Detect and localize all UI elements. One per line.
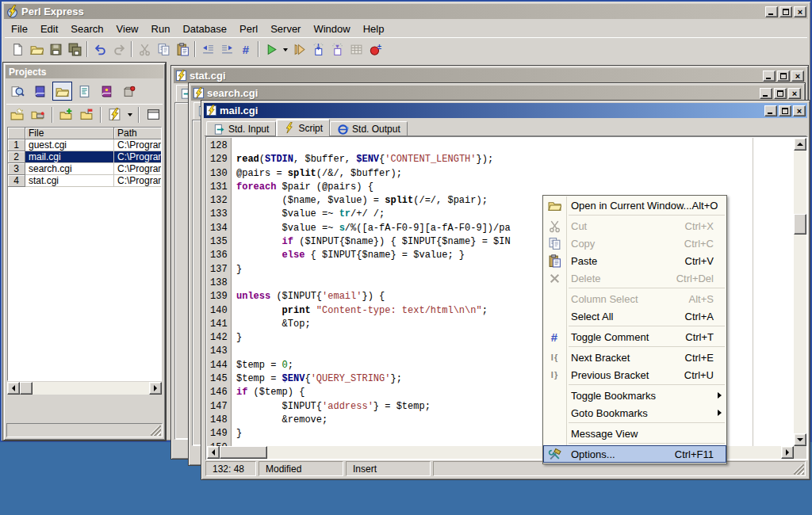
path-cell[interactable]: C:\Program Files (114, 175, 162, 187)
close-button[interactable]: × (788, 88, 801, 99)
menu-window[interactable]: Window (307, 21, 356, 36)
folder-new-button[interactable] (8, 105, 27, 124)
paste-button[interactable] (173, 40, 192, 59)
window-new-button[interactable] (144, 105, 163, 124)
line-number[interactable]: 130 (210, 167, 231, 181)
copy-button[interactable] (154, 40, 173, 59)
line-number[interactable]: 137 (210, 263, 231, 277)
column-header-path[interactable]: Path (114, 128, 162, 139)
minimize-button[interactable] (760, 88, 772, 99)
breakpoint-button[interactable]: ± (366, 40, 385, 59)
table-row-stat.cgi[interactable]: 4 stat.cgi C:\Program Files (8, 175, 161, 187)
resize-grip[interactable] (151, 425, 161, 436)
line-number[interactable]: 129 (210, 153, 231, 166)
code-line-129[interactable]: read(STDIN, $buffer, $ENV{'CONTENT_LENGT… (233, 153, 794, 166)
search-titlebar[interactable]: search.cgi × (191, 86, 802, 101)
table-row-mail.cgi[interactable]: 2 mail.cgi C:\Program Files (8, 151, 161, 163)
projects-panel-titlebar[interactable]: Projects (6, 65, 163, 78)
stdin-run-button[interactable] (308, 40, 327, 59)
scroll-track[interactable] (33, 382, 149, 395)
menu-server[interactable]: Server (264, 21, 307, 36)
book-purple-button[interactable] (97, 82, 117, 101)
table-row-guest.cgi[interactable]: 1 guest.cgi C:\Program Files (8, 139, 161, 151)
menu-item-cut[interactable]: CutCtrl+X (543, 217, 726, 235)
line-number[interactable]: 135 (210, 235, 231, 249)
menu-help[interactable]: Help (357, 21, 391, 36)
menu-item-goto-bookmarks[interactable]: Goto Bookmarks (543, 404, 726, 422)
menu-database[interactable]: Database (176, 21, 233, 36)
run-button[interactable] (262, 40, 281, 59)
minimize-button[interactable] (764, 105, 777, 116)
line-number[interactable]: 144 (210, 359, 231, 372)
menu-perl[interactable]: Perl (233, 21, 264, 36)
stat-titlebar[interactable]: stat.cgi × (174, 68, 806, 83)
toggle-comment-button[interactable]: # (236, 40, 255, 59)
projects-horizontal-scrollbar[interactable] (7, 382, 162, 395)
line-number[interactable]: 131 (210, 181, 231, 194)
line-number[interactable]: 134 (210, 222, 231, 235)
table-row-search.cgi[interactable]: 3 search.cgi C:\Program Files (8, 163, 161, 175)
resize-grip[interactable] (794, 464, 804, 475)
scroll-up-button[interactable] (794, 138, 806, 151)
mail-titlebar[interactable]: mail.cgi × (204, 103, 807, 118)
line-number[interactable]: 140 (210, 304, 231, 318)
menu-item-select-all[interactable]: Select AllCtrl+A (543, 307, 726, 325)
menu-item-paste[interactable]: PasteCtrl+V (543, 252, 726, 269)
folder-remove-button[interactable] (77, 105, 96, 124)
menu-item-toggle-comment[interactable]: #Toggle CommentCtrl+T (543, 328, 726, 345)
scroll-thumb[interactable] (794, 214, 806, 235)
undo-button[interactable] (90, 40, 109, 59)
indent-button[interactable] (217, 40, 236, 59)
menu-item-toggle-bookmarks[interactable]: Toggle Bookmarks (543, 387, 726, 404)
save-all-button[interactable] (65, 40, 84, 59)
path-cell[interactable]: C:\Program Files (114, 139, 162, 151)
editor-vertical-scrollbar[interactable] (794, 138, 806, 446)
menu-item-options[interactable]: Options...Ctrl+F11 (543, 445, 726, 463)
menu-item-copy[interactable]: CopyCtrl+C (543, 235, 726, 252)
save-button[interactable] (46, 40, 65, 59)
scroll-thumb[interactable] (220, 446, 267, 459)
line-number[interactable]: 149 (210, 427, 231, 441)
maximize-button[interactable] (779, 105, 791, 116)
maximize-button[interactable] (777, 71, 790, 82)
menu-item-message-view[interactable]: Message View (543, 425, 726, 442)
line-number[interactable]: 139 (210, 290, 231, 303)
menu-item-column-select[interactable]: Column SelectAlt+S (543, 290, 726, 307)
run-file-button[interactable] (105, 105, 124, 124)
minimize-button[interactable] (765, 6, 778, 17)
tab-script[interactable]: Script (276, 119, 330, 136)
path-cell[interactable]: C:\Program Files (114, 151, 162, 163)
run-dropdown-arrow[interactable] (281, 40, 289, 59)
menu-run[interactable]: Run (145, 21, 177, 36)
menu-item-next-bracket[interactable]: I{Next BracketCtrl+E (543, 349, 726, 366)
tab-std-input[interactable]: Std. Input (206, 121, 276, 136)
folder-open-button[interactable] (52, 82, 72, 101)
close-button[interactable]: × (794, 6, 806, 17)
scroll-left-button[interactable] (7, 382, 20, 395)
tab-std-output[interactable]: Std. Output (330, 121, 408, 136)
maximize-button[interactable] (774, 88, 787, 99)
menu-view[interactable]: View (110, 21, 145, 36)
line-number[interactable]: 147 (210, 400, 231, 414)
path-cell[interactable]: C:\Program Files (114, 163, 162, 175)
scroll-thumb[interactable] (20, 382, 33, 395)
scroll-right-button[interactable] (149, 382, 162, 395)
line-number[interactable]: 142 (210, 331, 231, 345)
cut-button[interactable] (135, 40, 154, 59)
line-number[interactable]: 138 (210, 277, 231, 290)
line-number[interactable]: 136 (210, 249, 231, 262)
close-button[interactable]: × (791, 71, 804, 82)
new-file-button[interactable] (8, 40, 27, 59)
file-cell[interactable]: guest.cgi (25, 139, 114, 151)
print-script-button[interactable] (75, 82, 94, 101)
menu-edit[interactable]: Edit (34, 21, 64, 36)
maximize-button[interactable] (779, 6, 792, 17)
book-blue-button[interactable] (30, 82, 50, 101)
line-number[interactable]: 141 (210, 318, 231, 331)
column-header-file[interactable]: File (25, 128, 114, 139)
code-line-128[interactable] (233, 139, 794, 153)
close-button[interactable]: × (793, 105, 806, 116)
line-number[interactable]: 145 (210, 372, 231, 386)
stdout-run-button[interactable] (327, 40, 347, 59)
file-cell[interactable]: search.cgi (25, 163, 114, 175)
